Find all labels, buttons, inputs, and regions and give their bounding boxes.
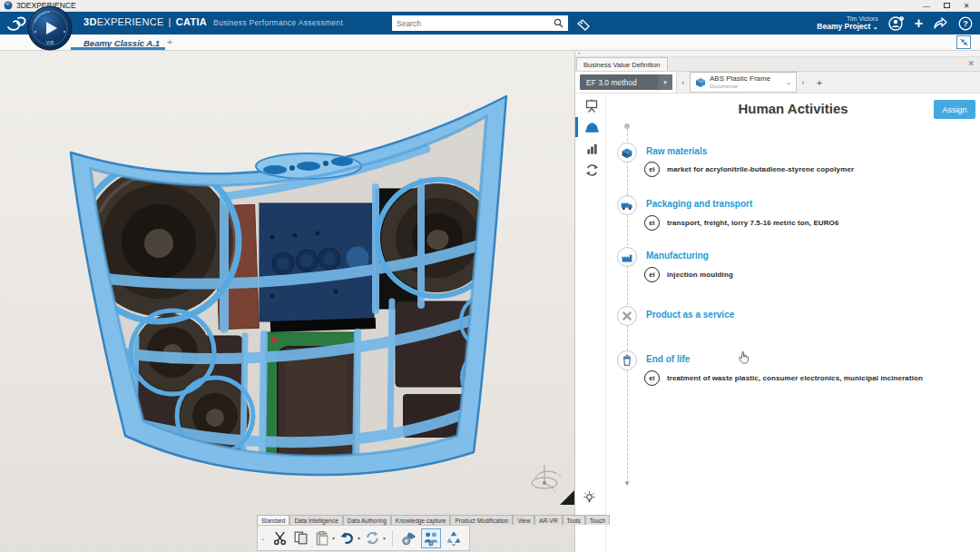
paste-button[interactable] <box>313 529 330 547</box>
add-content-button[interactable]: + <box>915 16 923 31</box>
panel-tab[interactable]: Business Value Definition <box>576 57 668 71</box>
panel-close-icon[interactable]: ✕ <box>967 59 975 68</box>
tab-knowledge-capture[interactable]: Knowledge capture <box>391 515 451 525</box>
ideas-button[interactable] <box>582 489 597 508</box>
frame-top-holes <box>256 153 361 179</box>
paste-dropdown-caret[interactable]: ▾ <box>332 535 335 541</box>
rail-item-human-activities[interactable] <box>582 118 602 136</box>
page-title: Human Activities <box>606 101 980 116</box>
stage-desc-raw-materials[interactable]: ei market for acrylonitrile-butadiene-st… <box>644 162 854 177</box>
panel-collapse-arrow[interactable]: › <box>575 51 980 57</box>
stage-node-packaging[interactable] <box>617 195 637 215</box>
raw-materials-icon <box>619 144 635 161</box>
stage-title-raw-materials[interactable]: Raw materials <box>646 146 707 156</box>
dropdown-caret-icon: ▼ <box>658 74 672 90</box>
tab-tools[interactable]: Tools <box>563 515 585 525</box>
rail-item-dashboard[interactable] <box>582 97 602 115</box>
human-activities-content: Human Activities Assign ▼ Raw materials … <box>606 94 980 552</box>
copy-button[interactable] <box>292 529 309 547</box>
brand-app-name: CATIA <box>176 16 207 27</box>
brand-separator: | <box>169 16 172 27</box>
maximize-icon <box>944 3 950 8</box>
undo-icon <box>339 530 355 546</box>
search-input[interactable] <box>397 19 551 28</box>
share-button[interactable] <box>933 16 948 30</box>
truck-icon <box>619 197 635 213</box>
profile-button[interactable] <box>888 15 905 32</box>
tab-touch[interactable]: Touch <box>585 515 610 525</box>
tab-data-authoring[interactable]: Data Authoring <box>343 515 391 525</box>
stage-title-manufacturing[interactable]: Manufacturing <box>646 251 709 261</box>
panel-header: Business Value Definition ✕ <box>575 57 980 72</box>
tab-ar-vr[interactable]: AR-VR <box>534 515 562 525</box>
stage-desc-end-of-life[interactable]: ei treatment of waste plastic, consumer … <box>644 370 923 386</box>
ecoinvent-badge: ei <box>644 215 660 231</box>
close-button[interactable]: ✕ <box>956 0 976 11</box>
context-tab-caret-icon[interactable]: ⌄ <box>786 79 791 86</box>
modify-assessment-button[interactable] <box>399 529 417 547</box>
project-name: Beamy Project <box>817 22 870 31</box>
update-dropdown-caret[interactable]: ▾ <box>383 535 386 541</box>
panel-toolbar: EF 3.0 method ▼ ‹ ABS Plastic Frame Occu… <box>575 72 980 94</box>
compass-widget[interactable]: V.R <box>26 5 74 55</box>
ecoinvent-badge: ei <box>644 162 660 177</box>
cut-button[interactable] <box>271 529 289 547</box>
context-next-button[interactable]: › <box>797 72 809 93</box>
recycle-exchange-button[interactable] <box>445 529 463 547</box>
stage-desc-packaging[interactable]: ei transport, freight, lorry 7.5-16 metr… <box>644 215 838 231</box>
brand-text: 3DEXPERIENCE|CATIABusiness Performance A… <box>83 16 343 27</box>
method-dropdown-value: EF 3.0 method <box>586 78 637 87</box>
search-box[interactable] <box>392 15 568 31</box>
undo-dropdown-caret[interactable]: ▾ <box>358 535 360 541</box>
stage-node-manufacturing[interactable] <box>617 247 637 267</box>
search-icon[interactable] <box>554 18 564 28</box>
undo-button[interactable] <box>338 529 356 547</box>
viewport-resize-corner[interactable] <box>559 490 574 506</box>
stage-title-service[interactable]: Product as a service <box>646 310 734 320</box>
stage-desc-manufacturing[interactable]: ei injection moulding <box>644 267 733 282</box>
context-tab[interactable]: ABS Plastic Frame Occurrence ⌄ <box>690 72 797 93</box>
lifecycle-definition-button[interactable] <box>421 528 441 548</box>
business-value-panel: › Business Value Definition ✕ EF 3.0 met… <box>574 51 980 552</box>
stage-node-service[interactable] <box>617 306 637 326</box>
new-document-tab-button[interactable]: + <box>167 36 172 47</box>
collapse-panel-button[interactable] <box>956 35 971 49</box>
toolbar-expand-chevron[interactable]: ⌄ <box>260 535 266 542</box>
tab-data-intelligence[interactable]: Data Intelligence <box>289 515 342 525</box>
people-gears-icon <box>423 530 439 547</box>
maximize-button[interactable] <box>936 0 956 11</box>
context-add-button[interactable]: + <box>809 72 829 93</box>
document-tab-underline <box>71 47 165 50</box>
stage-title-packaging[interactable]: Packaging and transport <box>646 199 752 209</box>
update-button[interactable] <box>364 529 381 547</box>
rail-item-results[interactable] <box>582 139 602 157</box>
stage-title-end-of-life[interactable]: End of life <box>646 354 690 364</box>
svg-text:y: y <box>559 472 561 477</box>
action-bar: Standard Data Intelligence Data Authorin… <box>257 515 610 551</box>
help-button[interactable]: ? <box>958 16 973 31</box>
speaker-frame-model[interactable] <box>0 51 574 552</box>
hard-hat-icon <box>583 119 601 136</box>
minimize-button[interactable]: — <box>916 0 936 11</box>
3dexperience-window: 3DEXPERIENCE — ✕ 3DEXPERIENCE|CATIABusin… <box>0 0 980 552</box>
method-dropdown[interactable]: EF 3.0 method ▼ <box>580 74 672 90</box>
sync-icon <box>365 530 380 546</box>
viewport-3d[interactable]: y x <box>0 51 574 552</box>
window-titlebar: 3DEXPERIENCE — ✕ <box>0 0 980 12</box>
crossed-tools-icon <box>619 308 635 324</box>
tab-view[interactable]: View <box>513 515 534 525</box>
context-prev-button[interactable]: ‹ <box>677 72 690 93</box>
stage-node-end-of-life[interactable] <box>617 350 637 370</box>
stage-node-raw-materials[interactable] <box>617 143 637 163</box>
context-tab-subtitle: Occurrence <box>710 84 782 89</box>
tab-product-modification[interactable]: Product Modification <box>450 515 513 525</box>
tag-icon[interactable] <box>577 19 591 31</box>
rail-item-circularity[interactable] <box>582 161 602 179</box>
user-info[interactable]: Tim Victors Beamy Project ⌄ <box>817 15 877 32</box>
ecoinvent-badge: ei <box>644 267 660 282</box>
assign-button[interactable]: Assign <box>934 100 975 119</box>
tab-standard[interactable]: Standard <box>257 515 289 525</box>
rail-selection-indicator <box>575 117 578 137</box>
app-bar: 3DEXPERIENCE|CATIABusiness Performance A… <box>0 12 980 34</box>
help-icon: ? <box>958 16 973 31</box>
